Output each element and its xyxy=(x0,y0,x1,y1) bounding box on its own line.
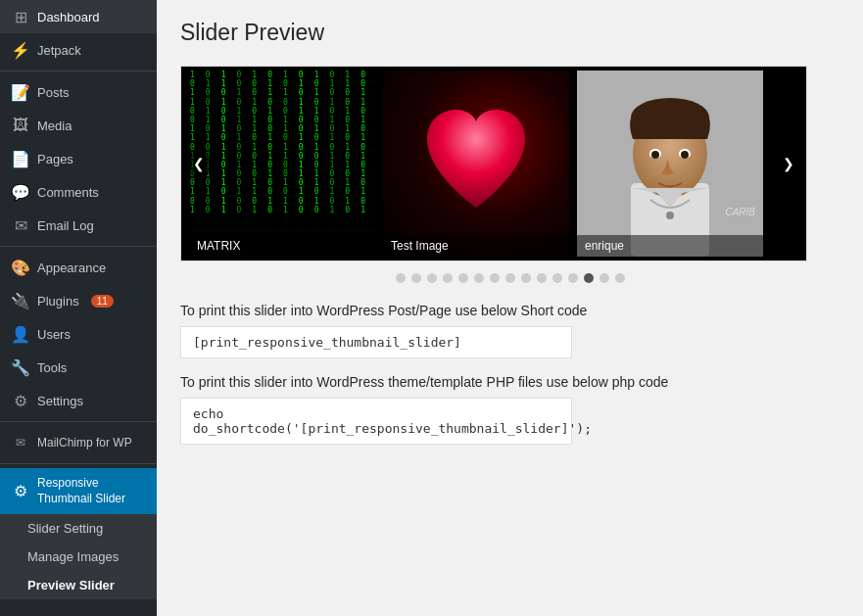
shortcode-label: To print this slider into WordPress Post… xyxy=(180,303,839,318)
sidebar-label-responsive-slider: Responsive Thumbnail Slider xyxy=(37,476,145,506)
dot-1[interactable] xyxy=(396,273,406,283)
sidebar-divider-3 xyxy=(0,421,157,422)
users-icon: 👤 xyxy=(12,325,29,343)
svg-point-10 xyxy=(681,151,689,159)
php-label: To print this slider into WordPress them… xyxy=(180,374,839,390)
dot-8[interactable] xyxy=(505,273,515,283)
sidebar-label-jetpack: Jetpack xyxy=(37,43,81,58)
sidebar-item-jetpack[interactable]: ⚡ Jetpack xyxy=(0,33,157,67)
sidebar-label-posts: Posts xyxy=(37,85,70,100)
dot-13[interactable] xyxy=(584,273,594,283)
sidebar-submenu: Slider Setting Manage Images Preview Sli… xyxy=(0,514,157,599)
pages-icon: 📄 xyxy=(12,150,29,167)
tools-icon: 🔧 xyxy=(12,358,29,376)
dot-15[interactable] xyxy=(615,273,625,283)
posts-icon: 📝 xyxy=(12,83,29,101)
dot-10[interactable] xyxy=(537,273,547,283)
sidebar-divider xyxy=(0,71,157,71)
submenu-preview-slider[interactable]: Preview Slider xyxy=(0,571,157,599)
sidebar-label-tools: Tools xyxy=(37,360,67,375)
email-log-icon: ✉ xyxy=(12,216,29,234)
dot-6[interactable] xyxy=(474,273,484,283)
slider-preview: ❮ 1011001101100101 0100110100110100 1101… xyxy=(180,66,807,261)
sidebar-item-plugins[interactable]: 🔌 Plugins 11 xyxy=(0,284,157,317)
dot-14[interactable] xyxy=(599,273,609,283)
svg-rect-1 xyxy=(487,210,495,221)
slider-plugin-icon: ⚙ xyxy=(12,483,29,500)
sidebar-item-media[interactable]: 🖼 Media xyxy=(0,109,157,142)
slider-track: 1011001101100101 0100110100110100 110100… xyxy=(181,71,771,257)
sidebar-item-posts[interactable]: 📝 Posts xyxy=(0,75,157,109)
sidebar-label-dashboard: Dashboard xyxy=(37,10,100,24)
slide-label-matrix: MATRIX xyxy=(189,235,375,257)
media-icon: 🖼 xyxy=(12,117,29,134)
heart-svg xyxy=(417,100,535,227)
sidebar-label-plugins: Plugins xyxy=(37,294,79,308)
sidebar-item-dashboard[interactable]: ⊞ Dashboard xyxy=(0,0,157,33)
submenu-slider-setting[interactable]: Slider Setting xyxy=(0,514,157,543)
sidebar-item-tools[interactable]: 🔧 Tools xyxy=(0,351,157,384)
shortcode-value[interactable]: [print_responsive_thumbnail_slider] xyxy=(180,326,572,358)
sidebar-divider-2 xyxy=(0,246,157,247)
sidebar-label-appearance: Appearance xyxy=(37,261,106,275)
plugins-badge: 11 xyxy=(91,295,114,308)
sidebar-label-pages: Pages xyxy=(37,152,73,166)
slide-person: CARIB enrique xyxy=(577,71,763,257)
svg-point-11 xyxy=(666,212,674,219)
page-title: Slider Preview xyxy=(180,20,839,46)
sidebar-label-users: Users xyxy=(37,327,71,342)
slider-prev-button[interactable]: ❮ xyxy=(185,150,213,177)
settings-icon: ⚙ xyxy=(12,392,29,409)
plugins-icon: 🔌 xyxy=(12,292,29,309)
slide-label-person: enrique xyxy=(577,235,763,257)
slide-heart: Test Image xyxy=(383,71,569,257)
sidebar-label-media: Media xyxy=(37,118,72,133)
sidebar-item-mailchimp[interactable]: ✉ MailChimp for WP xyxy=(0,426,157,459)
sidebar-label-mailchimp: MailChimp for WP xyxy=(37,436,132,450)
person-svg xyxy=(577,71,763,257)
submenu-manage-images[interactable]: Manage Images xyxy=(0,543,157,571)
sidebar-item-appearance[interactable]: 🎨 Appearance xyxy=(0,251,157,284)
svg-point-8 xyxy=(651,151,659,159)
main-content: Slider Preview ❮ 1011001101100101 010011… xyxy=(157,0,863,616)
dot-4[interactable] xyxy=(443,273,453,283)
dot-3[interactable] xyxy=(427,273,437,283)
sidebar-label-comments: Comments xyxy=(37,185,99,200)
sidebar-item-comments[interactable]: 💬 Comments xyxy=(0,175,157,209)
sidebar: ⊞ Dashboard ⚡ Jetpack 📝 Posts 🖼 Media 📄 … xyxy=(0,0,157,616)
slide-matrix: 1011001101100101 0100110100110100 110100… xyxy=(189,71,375,257)
mailchimp-icon: ✉ xyxy=(12,434,29,451)
dashboard-icon: ⊞ xyxy=(12,8,29,25)
sidebar-divider-4 xyxy=(0,463,157,464)
dot-12[interactable] xyxy=(568,273,578,283)
slide-label-heart: Test Image xyxy=(383,235,569,257)
dot-9[interactable] xyxy=(521,273,531,283)
sidebar-item-pages[interactable]: 📄 Pages xyxy=(0,142,157,175)
comments-icon: 💬 xyxy=(12,183,29,201)
sidebar-label-email-log: Email Log xyxy=(37,218,94,233)
sidebar-item-responsive-slider[interactable]: ⚙ Responsive Thumbnail Slider xyxy=(0,468,157,514)
jetpack-icon: ⚡ xyxy=(12,41,29,59)
sidebar-item-users[interactable]: 👤 Users xyxy=(0,317,157,351)
sidebar-item-email-log[interactable]: ✉ Email Log xyxy=(0,209,157,242)
php-value[interactable]: echo do_shortcode('[print_responsive_thu… xyxy=(180,398,572,445)
dot-11[interactable] xyxy=(552,273,562,283)
appearance-icon: 🎨 xyxy=(12,259,29,276)
dot-7[interactable] xyxy=(490,273,500,283)
sidebar-item-settings[interactable]: ⚙ Settings xyxy=(0,384,157,417)
sidebar-label-settings: Settings xyxy=(37,394,83,408)
slider-next-button[interactable]: ❯ xyxy=(775,150,802,177)
dot-2[interactable] xyxy=(411,273,421,283)
slider-dots xyxy=(180,273,839,283)
dot-5[interactable] xyxy=(458,273,468,283)
